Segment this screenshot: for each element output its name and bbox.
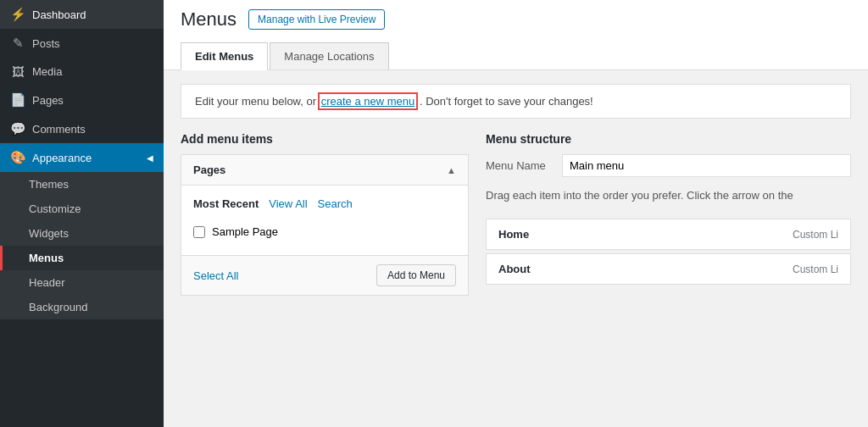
sidebar-item-themes[interactable]: Themes — [0, 172, 164, 197]
sidebar-item-media[interactable]: 🖼 Media — [0, 58, 164, 86]
sidebar-item-label: Comments — [32, 123, 86, 136]
info-bar: Edit your menu below, or create a new me… — [181, 84, 851, 119]
filter-tab-search[interactable]: Search — [318, 197, 353, 210]
menu-name-input[interactable] — [562, 154, 851, 177]
sidebar-item-dashboard[interactable]: ⚡ Dashboard — [0, 0, 164, 29]
tabs-bar: Edit Menus Manage Locations — [181, 42, 851, 69]
menu-item-home-type: Custom Li — [793, 229, 838, 241]
main-content: Menus Manage with Live Preview Edit Menu… — [164, 0, 868, 427]
dashboard-icon: ⚡ — [10, 7, 25, 22]
sidebar-item-appearance[interactable]: 🎨 Appearance — [0, 143, 164, 172]
sidebar-item-menus[interactable]: Menus — [0, 246, 164, 270]
filter-tabs: Most Recent View All Search — [193, 197, 456, 210]
two-column-layout: Add menu items Pages ▲ Most Recent View … — [181, 132, 851, 296]
comments-icon: 💬 — [10, 121, 25, 136]
accordion-title: Pages — [193, 164, 225, 176]
page-title: Menus — [181, 8, 236, 30]
sidebar-item-background[interactable]: Background — [0, 295, 164, 319]
menu-name-label: Menu Name — [486, 159, 554, 172]
accordion-footer: Select All Add to Menu — [181, 255, 468, 295]
tab-edit-menus[interactable]: Edit Menus — [181, 42, 268, 70]
sidebar-item-label: Pages — [32, 94, 64, 107]
sidebar-item-widgets[interactable]: Widgets — [0, 221, 164, 246]
page-header: Menus Manage with Live Preview Edit Menu… — [164, 0, 868, 70]
menu-item-home[interactable]: Home Custom Li — [486, 219, 851, 250]
sidebar-item-header[interactable]: Header — [0, 270, 164, 295]
checkbox-row-sample-page: Sample Page — [193, 220, 456, 243]
create-new-menu-link[interactable]: create a new menu — [320, 94, 417, 108]
sidebar-item-label: Media — [32, 65, 62, 78]
menu-item-home-label: Home — [498, 228, 529, 241]
menu-item-about[interactable]: About Custom Li — [486, 253, 851, 285]
accordion-body: Most Recent View All Search Sample Page — [181, 186, 468, 255]
filter-tab-view-all[interactable]: View All — [269, 197, 307, 210]
content-area: Edit your menu below, or create a new me… — [164, 70, 868, 427]
menu-structure-title: Menu structure — [486, 132, 851, 146]
sidebar-item-customize[interactable]: Customize — [0, 197, 164, 221]
tab-manage-locations[interactable]: Manage Locations — [270, 42, 388, 69]
drag-hint-text: Drag each item into the order you prefer… — [486, 189, 851, 208]
menu-item-about-label: About — [498, 263, 531, 275]
media-icon: 🖼 — [10, 64, 25, 79]
sample-page-checkbox[interactable] — [193, 226, 205, 238]
pages-accordion: Pages ▲ Most Recent View All Search Samp… — [181, 154, 469, 296]
menu-item-about-type: Custom Li — [793, 263, 838, 275]
menu-name-row: Menu Name — [486, 154, 851, 177]
appearance-submenu: Themes Customize Widgets Menus Header Ba… — [0, 172, 164, 319]
live-preview-button[interactable]: Manage with Live Preview — [248, 9, 385, 30]
accordion-arrow-icon: ▲ — [447, 165, 456, 175]
appearance-label: Appearance — [32, 152, 92, 164]
filter-tab-most-recent[interactable]: Most Recent — [193, 197, 259, 210]
posts-icon: ✎ — [10, 36, 25, 51]
sidebar: ⚡ Dashboard ✎ Posts 🖼 Media 📄 Pages 💬 Co… — [0, 0, 164, 427]
sample-page-label: Sample Page — [212, 225, 278, 238]
accordion-header-pages[interactable]: Pages ▲ — [181, 155, 468, 186]
select-all-link[interactable]: Select All — [193, 269, 238, 282]
sidebar-item-comments[interactable]: 💬 Comments — [0, 114, 164, 143]
sidebar-item-label: Dashboard — [32, 8, 86, 21]
pages-icon: 📄 — [10, 92, 25, 108]
add-menu-items-panel: Add menu items Pages ▲ Most Recent View … — [181, 132, 469, 296]
info-text-before: Edit your menu below, or — [195, 95, 316, 108]
sidebar-item-pages[interactable]: 📄 Pages — [0, 86, 164, 114]
menu-structure-panel: Menu structure Menu Name Drag each item … — [486, 132, 851, 296]
info-text-after: . Don't forget to save your changes! — [420, 95, 593, 108]
sidebar-item-label: Posts — [32, 37, 60, 50]
add-to-menu-button[interactable]: Add to Menu — [376, 264, 456, 286]
appearance-icon: 🎨 — [10, 150, 25, 165]
sidebar-item-posts[interactable]: ✎ Posts — [0, 29, 164, 58]
add-menu-items-title: Add menu items — [181, 132, 469, 146]
